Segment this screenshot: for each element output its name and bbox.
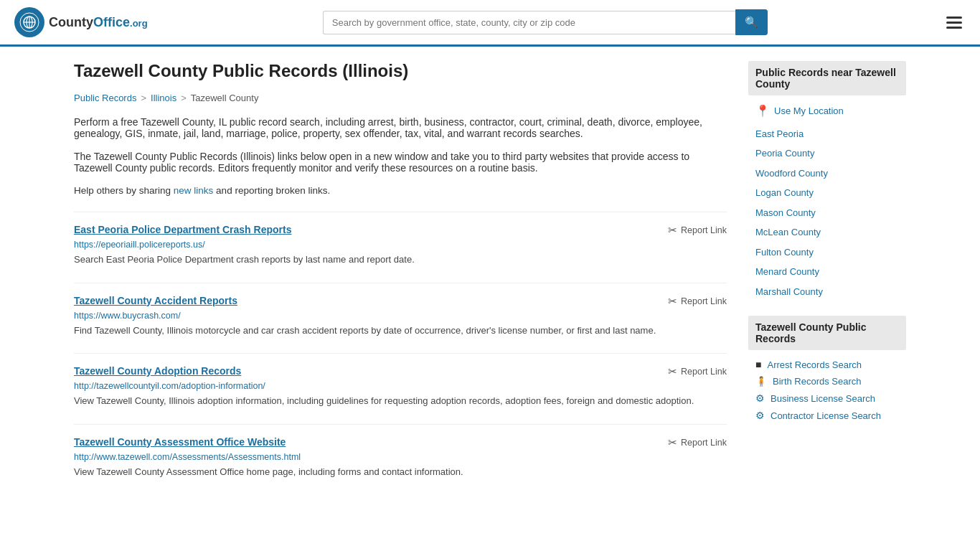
scissors-icon: ✂: [668, 436, 677, 449]
nearby-link-mason-county[interactable]: Mason County: [748, 203, 906, 223]
use-location-item[interactable]: 📍 Use My Location: [748, 101, 906, 121]
report-link-button[interactable]: ✂ Report Link: [668, 295, 727, 308]
business-license-icon: ⚙: [755, 392, 765, 404]
record-url[interactable]: http://www.tazewell.com/Assessments/Asse…: [74, 452, 727, 462]
nearby-link-logan-county[interactable]: Logan County: [748, 183, 906, 203]
sidebar: Public Records near Tazewell County 📍 Us…: [748, 61, 906, 479]
records-list: East Peoria Police Department Crash Repo…: [74, 212, 727, 479]
new-links-link[interactable]: new links: [174, 185, 214, 196]
search-icon: 🔍: [745, 16, 758, 28]
record-title[interactable]: Tazewell County Adoption Records: [74, 365, 241, 377]
breadcrumb-sep-1: >: [141, 93, 146, 103]
intro-paragraph-2: The Tazewell County Public Records (Illi…: [74, 151, 727, 174]
logo-icon: [14, 7, 44, 37]
record-url[interactable]: https://epeoriaill.policereports.us/: [74, 240, 727, 250]
contractor-license-label: Contractor License Search: [771, 410, 881, 421]
main-container: Tazewell County Public Records (Illinois…: [60, 47, 920, 493]
record-title-row: Tazewell County Adoption Records ✂ Repor…: [74, 365, 727, 378]
nearby-link-woodford-county[interactable]: Woodford County: [748, 164, 906, 184]
record-title-row: Tazewell County Assessment Office Websit…: [74, 436, 727, 449]
records-section-title: Tazewell County Public Records: [748, 316, 906, 350]
sidebar-arrest-records[interactable]: ■ Arrest Records Search: [748, 356, 906, 373]
arrest-records-label: Arrest Records Search: [767, 359, 862, 370]
report-link-label: Report Link: [681, 225, 727, 235]
nearby-link-menard-county[interactable]: Menard County: [748, 262, 906, 282]
nearby-link-fulton-county[interactable]: Fulton County: [748, 242, 906, 263]
record-desc: Find Tazewell County, Illinois motorcycl…: [74, 324, 727, 338]
record-entry: Tazewell County Accident Reports ✂ Repor…: [74, 283, 727, 338]
page-title: Tazewell County Public Records (Illinois…: [74, 61, 727, 81]
sidebar-birth-records[interactable]: 🧍 Birth Records Search: [748, 373, 906, 390]
breadcrumb-illinois[interactable]: Illinois: [151, 93, 176, 103]
intro-paragraph-1: Perform a free Tazewell County, IL publi…: [74, 116, 727, 139]
records-section: Tazewell County Public Records ■ Arrest …: [748, 316, 906, 424]
record-desc: View Tazewell County, Illinois adoption …: [74, 394, 727, 408]
record-title-row: Tazewell County Accident Reports ✂ Repor…: [74, 295, 727, 308]
nearby-link-peoria-county[interactable]: Peoria County: [748, 143, 906, 164]
nearby-link-mclean-county[interactable]: McLean County: [748, 222, 906, 242]
record-url[interactable]: http://tazewellcountyil.com/adoption-inf…: [74, 381, 727, 391]
report-link-button[interactable]: ✂ Report Link: [668, 365, 727, 378]
use-location-link[interactable]: Use My Location: [774, 104, 844, 118]
nearby-section-title: Public Records near Tazewell County: [748, 61, 906, 95]
sidebar-business-license[interactable]: ⚙ Business License Search: [748, 390, 906, 407]
search-input[interactable]: [323, 11, 735, 34]
birth-records-icon: 🧍: [755, 376, 767, 387]
record-entry: Tazewell County Assessment Office Websit…: [74, 424, 727, 479]
help-text: Help others by sharing new links and rep…: [74, 185, 727, 196]
logo-text: CountyOffice.org: [49, 15, 148, 30]
scissors-icon: ✂: [668, 224, 677, 237]
header: CountyOffice.org 🔍: [0, 0, 980, 47]
birth-records-label: Birth Records Search: [773, 376, 862, 387]
record-desc: Search East Peoria Police Department cra…: [74, 253, 727, 267]
sidebar-contractor-license[interactable]: ⚙ Contractor License Search: [748, 407, 906, 424]
breadcrumb: Public Records > Illinois > Tazewell Cou…: [74, 93, 727, 103]
record-url[interactable]: https://www.buycrash.com/: [74, 311, 727, 321]
record-title[interactable]: Tazewell County Assessment Office Websit…: [74, 436, 286, 448]
breadcrumb-current: Tazewell County: [191, 93, 259, 103]
record-title[interactable]: Tazewell County Accident Reports: [74, 295, 237, 306]
contractor-license-icon: ⚙: [755, 410, 765, 421]
scissors-icon: ✂: [668, 365, 677, 378]
record-title-row: East Peoria Police Department Crash Repo…: [74, 224, 727, 237]
nearby-link-east-peoria[interactable]: East Peoria: [748, 124, 906, 144]
nearby-link-marshall-county[interactable]: Marshall County: [748, 282, 906, 302]
hamburger-menu-button[interactable]: [943, 13, 966, 32]
report-link-label: Report Link: [681, 367, 727, 377]
scissors-icon: ✂: [668, 295, 677, 308]
record-entry: East Peoria Police Department Crash Repo…: [74, 212, 727, 267]
business-license-label: Business License Search: [771, 393, 875, 404]
breadcrumb-public-records[interactable]: Public Records: [74, 93, 136, 103]
report-link-button[interactable]: ✂ Report Link: [668, 224, 727, 237]
record-title[interactable]: East Peoria Police Department Crash Repo…: [74, 224, 291, 235]
help-post: and reporting broken links.: [213, 185, 330, 196]
search-button[interactable]: 🔍: [735, 9, 768, 35]
report-link-label: Report Link: [681, 296, 727, 306]
help-pre: Help others by sharing: [74, 185, 174, 196]
nearby-section: Public Records near Tazewell County 📍 Us…: [748, 61, 906, 301]
logo-area: CountyOffice.org: [14, 7, 148, 37]
record-entry: Tazewell County Adoption Records ✂ Repor…: [74, 353, 727, 408]
record-desc: View Tazewell County Assessment Office h…: [74, 465, 727, 479]
location-pin-icon: 📍: [755, 104, 770, 118]
report-link-button[interactable]: ✂ Report Link: [668, 436, 727, 449]
content-area: Tazewell County Public Records (Illinois…: [74, 61, 727, 479]
arrest-records-icon: ■: [755, 359, 761, 370]
breadcrumb-sep-2: >: [181, 93, 187, 103]
report-link-label: Report Link: [681, 438, 727, 448]
search-area: 🔍: [323, 9, 768, 35]
